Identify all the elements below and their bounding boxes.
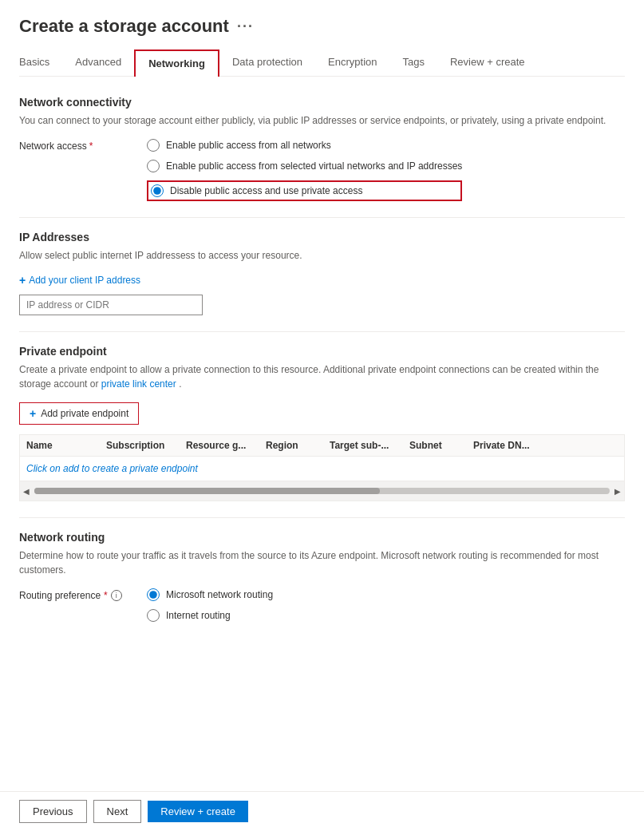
table-scrollbar[interactable]: ◀ ▶	[20, 481, 624, 501]
plus-icon: +	[19, 274, 26, 287]
tab-bar: Basics Advanced Networking Data protecti…	[19, 49, 625, 77]
network-radio-disable[interactable]	[151, 184, 164, 197]
network-radio-selected[interactable]	[147, 160, 160, 172]
tab-advanced[interactable]: Advanced	[62, 49, 134, 76]
scroll-track	[34, 488, 610, 494]
network-access-label: Network access *	[19, 139, 147, 152]
col-subscription: Subscription	[106, 440, 186, 451]
tab-review-create[interactable]: Review + create	[437, 49, 538, 76]
col-resource-group: Resource g...	[186, 440, 266, 451]
col-subnet: Subnet	[409, 440, 473, 451]
tab-networking[interactable]: Networking	[134, 49, 219, 77]
plus-icon: +	[30, 407, 36, 420]
ip-addresses-desc: Allow select public internet IP addresse…	[19, 248, 625, 263]
routing-radio-internet[interactable]	[147, 609, 160, 622]
scroll-left-arrow[interactable]: ◀	[20, 485, 33, 497]
private-endpoint-title: Private endpoint	[19, 345, 625, 358]
routing-option-microsoft[interactable]: Microsoft network routing	[147, 588, 273, 601]
add-client-ip-link[interactable]: + Add your client IP address	[19, 274, 625, 287]
network-option-all[interactable]: Enable public access from all networks	[147, 139, 462, 152]
tab-encryption[interactable]: Encryption	[315, 49, 389, 76]
col-region: Region	[266, 440, 330, 451]
network-connectivity-section: Network connectivity You can connect to …	[19, 96, 625, 201]
scroll-thumb	[34, 488, 380, 494]
ip-addresses-section: IP Addresses Allow select public interne…	[19, 231, 625, 315]
review-create-button[interactable]: Review + create	[148, 801, 248, 822]
network-routing-title: Network routing	[19, 531, 625, 544]
routing-radio-microsoft[interactable]	[147, 588, 160, 601]
page-title-dots: ···	[237, 18, 254, 35]
table-header: Name Subscription Resource g... Region T…	[20, 435, 624, 457]
add-private-endpoint-button[interactable]: + Add private endpoint	[19, 402, 139, 425]
col-name: Name	[26, 440, 106, 451]
ip-addresses-title: IP Addresses	[19, 231, 625, 243]
network-option-selected[interactable]: Enable public access from selected virtu…	[147, 160, 462, 172]
col-private-dns: Private DN...	[473, 440, 537, 451]
private-link-center-link[interactable]: private link center	[101, 378, 176, 390]
network-connectivity-desc: You can connect to your storage account …	[19, 113, 625, 128]
table-empty-message: Click on add to create a private endpoin…	[20, 457, 624, 481]
tab-data-protection[interactable]: Data protection	[219, 49, 315, 76]
network-connectivity-title: Network connectivity	[19, 96, 625, 109]
ip-address-input[interactable]	[19, 295, 203, 315]
network-routing-desc: Determine how to route your traffic as i…	[19, 548, 625, 577]
page-title: Create a storage account	[19, 16, 229, 37]
network-option-disable[interactable]: Disable public access and use private ac…	[147, 180, 462, 201]
footer: Previous Next Review + create	[0, 791, 644, 831]
network-access-field: Network access * Enable public access fr…	[19, 139, 625, 201]
routing-option-internet[interactable]: Internet routing	[147, 609, 273, 622]
private-endpoint-table: Name Subscription Resource g... Region T…	[19, 434, 625, 501]
tab-basics[interactable]: Basics	[19, 49, 62, 76]
next-button[interactable]: Next	[93, 800, 142, 823]
col-target-sub: Target sub-...	[330, 440, 409, 451]
private-endpoint-desc: Create a private endpoint to allow a pri…	[19, 362, 625, 391]
previous-button[interactable]: Previous	[19, 800, 87, 823]
network-routing-section: Network routing Determine how to route y…	[19, 531, 625, 622]
scroll-right-arrow[interactable]: ▶	[611, 485, 624, 497]
network-access-options: Enable public access from all networks E…	[147, 139, 462, 201]
routing-options: Microsoft network routing Internet routi…	[147, 588, 273, 622]
network-radio-all[interactable]	[147, 139, 160, 152]
routing-preference-label: Routing preference * i	[19, 588, 147, 601]
tab-tags[interactable]: Tags	[390, 49, 437, 76]
private-endpoint-section: Private endpoint Create a private endpoi…	[19, 345, 625, 501]
routing-preference-field: Routing preference * i Microsoft network…	[19, 588, 625, 622]
routing-info-icon[interactable]: i	[111, 590, 122, 601]
